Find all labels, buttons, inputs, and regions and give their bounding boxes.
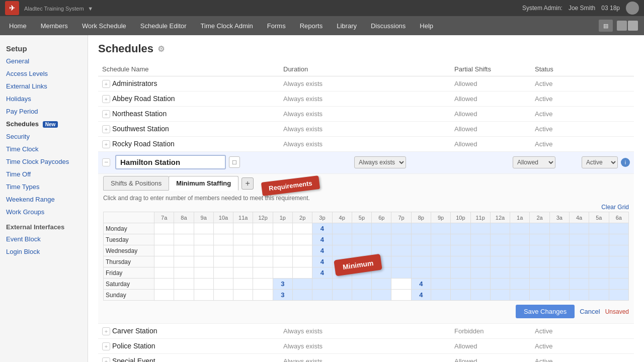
expand-btn-abbey[interactable]: + [102, 95, 110, 103]
tabs-row: Shifts & Positions Minimum Staffing + [103, 176, 254, 191]
nav-work-schedule[interactable]: Work Schedule [75, 16, 133, 35]
admin-label: System Admin: [522, 5, 562, 12]
grid-col-4a: 4a [569, 212, 589, 223]
tab-shifts-positions[interactable]: Shifts & Positions [103, 176, 169, 191]
sidebar-item-work-groups[interactable]: Work Groups [0, 206, 88, 218]
col-partial-shifts: Partial Shifts [450, 62, 531, 76]
grid-col-12p: 12p [253, 212, 273, 223]
grid-row-wednesday: Wednesday [104, 245, 629, 256]
sidebar-item-time-off[interactable]: Time Off [0, 168, 88, 180]
schedule-name-input[interactable] [115, 155, 226, 169]
avatar[interactable] [626, 2, 639, 15]
partial-shifts-select[interactable]: Allowed Forbidden [513, 156, 555, 168]
top-bar-right: System Admin: Joe Smith 03 18p [522, 2, 639, 15]
table-row: +Special Event Always exists Allowed Act… [98, 354, 634, 363]
sidebar-item-login-block[interactable]: Login Block [0, 245, 88, 258]
grid-col-8a: 8a [174, 212, 194, 223]
top-bar-left: ✈ Aladtec Training System ▼ [5, 1, 93, 15]
grid-col-8p: 8p [411, 212, 431, 223]
expand-btn-special[interactable]: + [102, 357, 110, 362]
grid-col-4p: 4p [332, 212, 352, 223]
main-layout: Setup General Access Levels External Lin… [0, 35, 644, 362]
user-name[interactable]: Joe Smith [569, 5, 595, 12]
gear-icon[interactable]: ⚙ [157, 44, 165, 54]
sidebar-item-event-block[interactable]: Event Block [0, 233, 88, 245]
sidebar-item-time-clock[interactable]: Time Clock [0, 143, 88, 155]
copy-button[interactable]: □ [229, 156, 240, 168]
nav-icon-box1[interactable]: ▤ [599, 20, 613, 32]
status-select[interactable]: Active Inactive [582, 156, 618, 168]
tab-minimum-staffing[interactable]: Minimum Staffing [169, 176, 238, 191]
top-bar: ✈ Aladtec Training System ▼ System Admin… [0, 0, 644, 16]
col-schedule-name: Schedule Name [98, 62, 279, 76]
expand-btn-admins[interactable]: + [102, 80, 110, 88]
nav-members[interactable]: Members [34, 16, 75, 35]
nav-home[interactable]: Home [2, 16, 34, 35]
table-row: +Abbey Road Station Always exists Allowe… [98, 92, 634, 107]
grid-hint: Click and drag to enter number of member… [103, 195, 629, 202]
new-badge: New [43, 121, 58, 128]
duration-select[interactable]: Always exists [354, 156, 406, 168]
grid-col-9p: 9p [431, 212, 450, 223]
app-dropdown-icon[interactable]: ▼ [88, 6, 93, 12]
grid-col-1p: 1p [273, 212, 292, 223]
sidebar-item-pay-period[interactable]: Pay Period [0, 105, 88, 118]
nav-forms[interactable]: Forms [260, 16, 293, 35]
expand-btn-carver[interactable]: + [102, 327, 110, 335]
page-title: Schedules ⚙ [98, 42, 634, 55]
content-area: Schedules ⚙ Schedule Name Duration Parti… [88, 35, 644, 362]
sidebar: Setup General Access Levels External Lin… [0, 35, 88, 362]
nav-bar: Home Members Work Schedule Schedule Edit… [0, 16, 644, 35]
current-time: 03 18p [601, 5, 620, 12]
cancel-button[interactable]: Cancel [580, 308, 600, 315]
expand-btn-police[interactable]: + [102, 342, 110, 350]
collapse-btn-hamilton[interactable]: − [102, 158, 110, 166]
nav-user-icon[interactable] [617, 21, 627, 31]
sidebar-item-security[interactable]: Security [0, 130, 88, 143]
expand-btn-northeast[interactable]: + [102, 110, 110, 118]
nav-reports[interactable]: Reports [293, 16, 330, 35]
app-name[interactable]: Aladtec Training System ▼ [22, 5, 93, 12]
grid-col-3p: 3p [312, 212, 332, 223]
table-row: +Northeast Station Always exists Allowed… [98, 107, 634, 122]
expand-btn-southwest[interactable]: + [102, 125, 110, 133]
sidebar-item-external-links[interactable]: External Links [0, 80, 88, 93]
sidebar-item-access-levels[interactable]: Access Levels [0, 67, 88, 80]
info-button[interactable]: i [621, 158, 630, 167]
table-row: +Rocky Road Station Always exists Allowe… [98, 137, 634, 152]
expand-btn-rocky[interactable]: + [102, 140, 110, 148]
grid-col-5p: 5p [352, 212, 371, 223]
app-name-text: Aladtec Training System [24, 6, 84, 12]
sidebar-item-schedules[interactable]: Schedules New [0, 118, 88, 130]
requirements-badge: Requirements [261, 175, 320, 196]
clear-grid-link[interactable]: Clear Grid [601, 204, 629, 211]
grid-col-1a: 1a [510, 212, 530, 223]
day-label-tuesday: Tuesday [104, 234, 154, 245]
sidebar-item-holidays[interactable]: Holidays [0, 93, 88, 105]
grid-row-monday: Monday [104, 223, 629, 234]
grid-col-7a: 7a [154, 212, 174, 223]
grid-col-11p: 11p [470, 212, 490, 223]
grid-col-10a: 10a [213, 212, 233, 223]
grid-col-12a: 12a [490, 212, 510, 223]
nav-discussions[interactable]: Discussions [364, 16, 413, 35]
nav-time-clock-admin[interactable]: Time Clock Admin [194, 16, 260, 35]
nav-library[interactable]: Library [330, 16, 364, 35]
sidebar-item-weekend-range[interactable]: Weekend Range [0, 193, 88, 206]
nav-help[interactable]: Help [413, 16, 440, 35]
grid-col-10p: 10p [451, 212, 470, 223]
page-title-text: Schedules [98, 42, 153, 55]
grid-col-6a: 6a [609, 212, 629, 223]
nav-schedule-editor[interactable]: Schedule Editor [133, 16, 194, 35]
sidebar-item-time-clock-paycodes[interactable]: Time Clock Paycodes [0, 155, 88, 168]
edit-row: − □ Always exists Allowed Fo [102, 155, 630, 169]
staffing-grid-container: 7a 8a 9a 10a 11a 12p 1p 2p [103, 212, 629, 301]
nav-user-icon2[interactable] [628, 21, 638, 31]
sidebar-item-time-types[interactable]: Time Types [0, 180, 88, 193]
tab-add-button[interactable]: + [242, 177, 254, 190]
sidebar-item-general[interactable]: General [0, 55, 88, 67]
schedules-label: Schedules [6, 120, 39, 128]
save-changes-button[interactable]: Save Changes [516, 305, 575, 318]
day-label-thursday: Thursday [104, 256, 154, 267]
day-label-wednesday: Wednesday [104, 245, 154, 256]
